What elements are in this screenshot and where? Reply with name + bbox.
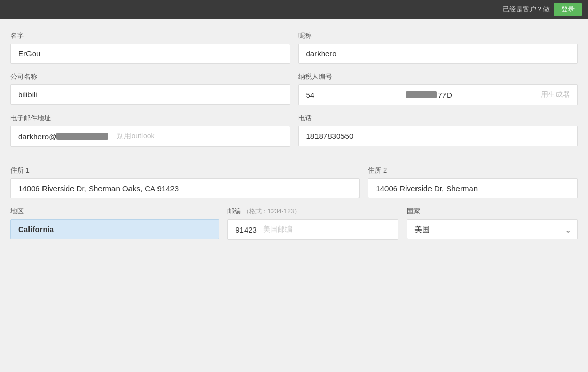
name-label: 名字 <box>10 31 290 40</box>
address1-label: 住所 1 <box>10 166 360 175</box>
company-input[interactable] <box>10 84 290 105</box>
region-field-group: 地区 <box>10 207 219 240</box>
tax-field[interactable]: 54 77D 用生成器 <box>298 84 578 105</box>
region-label: 地区 <box>10 207 219 216</box>
main-content: 名字 昵称 公司名称 纳税人编号 54 77D 用生成器 电子邮件地址 <box>0 19 588 261</box>
postal-hint: 美国邮编 <box>263 225 292 234</box>
email-field[interactable]: darkhero@ 别用outlook <box>10 126 290 147</box>
tax-suffix: 77D <box>438 91 537 99</box>
country-select[interactable]: 美国 中国 日本 英国 加拿大 <box>407 219 578 239</box>
login-button[interactable]: 登录 <box>554 3 582 16</box>
email-phone-row: 电子邮件地址 darkhero@ 别用outlook 电话 <box>10 113 578 147</box>
postal-format-hint: （格式：1234-123） <box>243 208 300 215</box>
address1-input[interactable] <box>10 178 360 198</box>
name-input[interactable] <box>10 44 290 64</box>
country-select-wrapper: 美国 中国 日本 英国 加拿大 ⌄ <box>407 219 578 239</box>
name-field-group: 名字 <box>10 31 290 64</box>
address2-input[interactable] <box>368 178 578 198</box>
address2-field-group: 住所 2 <box>368 166 578 198</box>
existing-customer-text: 已经是客户？做 <box>503 5 550 14</box>
tax-redacted <box>406 91 437 98</box>
email-redacted <box>56 133 108 140</box>
tax-prefix: 54 <box>306 91 405 99</box>
address-row-1: 住所 1 住所 2 <box>10 166 578 198</box>
company-label: 公司名称 <box>10 72 290 81</box>
country-field-group: 国家 美国 中国 日本 英国 加拿大 ⌄ <box>407 207 578 240</box>
postal-value: 91423 <box>235 225 257 234</box>
postal-field-group: 邮编 （格式：1234-123） 91423 美国邮编 <box>227 207 398 240</box>
email-label: 电子邮件地址 <box>10 113 290 123</box>
company-tax-row: 公司名称 纳税人编号 54 77D 用生成器 <box>10 72 578 105</box>
postal-field[interactable]: 91423 美国邮编 <box>227 219 398 240</box>
region-input[interactable] <box>10 219 219 239</box>
address-section: 住所 1 住所 2 地区 邮编 （格式：1234-123） 91423 <box>10 166 578 240</box>
section-divider <box>10 155 578 155</box>
company-field-group: 公司名称 <box>10 72 290 105</box>
country-label: 国家 <box>407 207 578 216</box>
name-nickname-row: 名字 昵称 <box>10 31 578 64</box>
phone-field-group: 电话 <box>298 113 578 147</box>
address2-label: 住所 2 <box>368 166 578 175</box>
tax-label: 纳税人编号 <box>298 72 578 81</box>
phone-label: 电话 <box>298 113 578 123</box>
nickname-input[interactable] <box>298 44 578 64</box>
phone-input[interactable] <box>298 126 578 146</box>
address-row-2: 地区 邮编 （格式：1234-123） 91423 美国邮编 国家 美国 <box>10 207 578 240</box>
address1-field-group: 住所 1 <box>10 166 360 198</box>
email-hint: 别用outlook <box>117 132 154 141</box>
nickname-field-group: 昵称 <box>298 31 578 64</box>
nickname-label: 昵称 <box>298 31 578 40</box>
tax-generator-hint[interactable]: 用生成器 <box>541 90 570 99</box>
postal-label: 邮编 （格式：1234-123） <box>227 207 398 216</box>
topbar: 已经是客户？做 登录 <box>0 0 588 19</box>
email-prefix: darkhero@ <box>18 132 56 141</box>
email-field-group: 电子邮件地址 darkhero@ 别用outlook <box>10 113 290 147</box>
tax-field-group: 纳税人编号 54 77D 用生成器 <box>298 72 578 105</box>
